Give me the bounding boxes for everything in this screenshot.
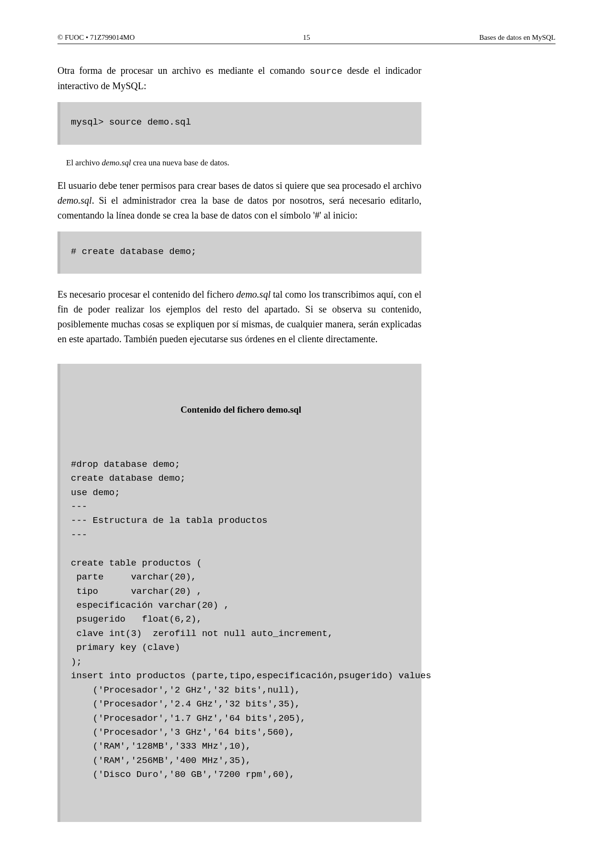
- text: . Si el administrador crea la base de da…: [57, 195, 421, 220]
- paragraph-3: Es necesario procesar el contenido del f…: [57, 287, 421, 347]
- filename-italic: demo.sql: [57, 195, 92, 206]
- page-number: 15: [303, 34, 310, 42]
- filename-italic: demo.sql: [102, 158, 131, 167]
- text: crea una nueva base de datos.: [131, 158, 229, 167]
- content-column: Otra forma de procesar un archivo es med…: [57, 63, 421, 822]
- header-left: © FUOC • 71Z799014MO: [57, 34, 135, 42]
- code-body: #drop database demo; create database dem…: [71, 458, 411, 782]
- document-page: © FUOC • 71Z799014MO 15 Bases de datos e…: [0, 0, 613, 851]
- page-header: © FUOC • 71Z799014MO 15 Bases de datos e…: [57, 34, 556, 44]
- code-block-title: Contenido del fichero demo.sql: [71, 403, 411, 417]
- text: Es necesario procesar el contenido del f…: [57, 289, 236, 300]
- paragraph-2: El usuario debe tener permisos para crea…: [57, 178, 421, 223]
- paragraph-1: Otra forma de procesar un archivo es med…: [57, 63, 421, 93]
- filename-italic: demo.sql: [236, 289, 271, 300]
- header-right: Bases de datos en MySQL: [479, 34, 556, 42]
- inline-code-source: source: [309, 66, 342, 77]
- code-block-2: # create database demo;: [57, 231, 421, 274]
- figure-caption: El archivo demo.sql crea una nueva base …: [66, 158, 421, 168]
- text: El archivo: [66, 158, 102, 167]
- code-block-3: Contenido del fichero demo.sql #drop dat…: [57, 364, 421, 822]
- text: Otra forma de procesar un archivo es med…: [57, 65, 309, 76]
- code-block-1: mysql> source demo.sql: [57, 102, 421, 145]
- text: El usuario debe tener permisos para crea…: [57, 180, 421, 191]
